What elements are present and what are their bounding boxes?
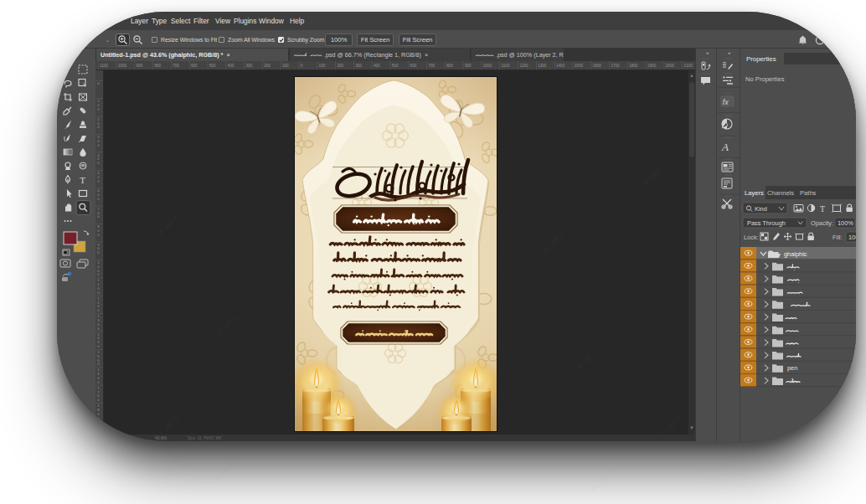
svg-text:400: 400 (228, 64, 235, 68)
svg-text:300: 300 (355, 64, 362, 68)
svg-text:0: 0 (97, 398, 100, 402)
svg-text:Lock:: Lock: (744, 234, 759, 241)
svg-text:100: 100 (282, 64, 289, 68)
svg-text:1100: 1100 (502, 64, 510, 68)
svg-text:0: 0 (97, 327, 100, 331)
svg-text:A: A (721, 141, 729, 153)
svg-text:Properties: Properties (746, 55, 776, 63)
svg-text:1: 1 (97, 422, 100, 426)
svg-text:100%: 100% (838, 219, 853, 227)
svg-text:500: 500 (209, 64, 216, 68)
svg-text:900: 900 (137, 64, 143, 68)
svg-text:1500: 1500 (575, 64, 584, 68)
svg-text:1600: 1600 (593, 64, 602, 68)
svg-text:800: 800 (154, 64, 161, 68)
svg-text:0: 0 (97, 233, 100, 237)
svg-text:No Properties: No Properties (745, 75, 785, 83)
svg-text:T: T (80, 175, 85, 185)
svg-text:Fill:: Fill: (832, 234, 843, 241)
svg-text:fx: fx (723, 98, 729, 106)
svg-text:700: 700 (428, 64, 435, 68)
svg-text:0: 0 (97, 179, 100, 183)
svg-text:0: 0 (97, 344, 100, 348)
svg-text:1800: 1800 (629, 64, 638, 68)
svg-text:0: 0 (97, 143, 100, 147)
svg-text:600: 600 (410, 64, 417, 68)
svg-text:1000: 1000 (118, 64, 127, 68)
svg-text:0: 0 (97, 380, 100, 384)
svg-text:pen: pen (787, 364, 797, 372)
svg-text:9: 9 (97, 425, 100, 429)
svg-text:0: 0 (97, 214, 100, 219)
svg-text:0: 0 (97, 434, 100, 435)
svg-text:Kind: Kind (755, 205, 767, 213)
svg-text:Pass Through: Pass Through (747, 219, 786, 227)
svg-text:0: 0 (97, 107, 100, 111)
svg-text:100: 100 (319, 64, 326, 68)
svg-text:0: 0 (97, 250, 100, 255)
svg-text:1300: 1300 (538, 64, 547, 68)
svg-text:400: 400 (374, 64, 380, 68)
svg-text:1000: 1000 (483, 64, 492, 68)
svg-text:T: T (820, 204, 825, 213)
svg-text:ghalphic: ghalphic (784, 250, 807, 258)
svg-text:1700: 1700 (611, 64, 620, 68)
svg-text:Opacity:: Opacity: (811, 219, 833, 227)
svg-text:200: 200 (264, 64, 271, 68)
svg-text:0: 0 (97, 197, 100, 201)
svg-text:1900: 1900 (647, 64, 657, 68)
svg-text:300: 300 (245, 64, 252, 68)
svg-text:2000: 2000 (666, 64, 675, 68)
svg-text:900: 900 (465, 64, 472, 68)
svg-text:1400: 1400 (556, 64, 565, 68)
svg-text:0: 0 (97, 291, 100, 295)
svg-text:100%: 100% (848, 234, 856, 241)
svg-text:0: 0 (97, 161, 100, 165)
svg-text:200: 200 (337, 64, 343, 68)
svg-text:700: 700 (173, 64, 179, 68)
svg-text:0: 0 (97, 308, 100, 312)
svg-text:800: 800 (446, 64, 453, 68)
svg-text:500: 500 (392, 64, 399, 68)
svg-text:Channels: Channels (767, 189, 794, 197)
svg-text:0: 0 (97, 81, 100, 85)
svg-text:600: 600 (191, 64, 198, 68)
svg-text:1100: 1100 (100, 64, 108, 68)
svg-text:2100: 2100 (684, 64, 693, 68)
svg-text:0: 0 (97, 362, 100, 366)
svg-text:0: 0 (97, 272, 100, 276)
svg-text:0: 0 (97, 429, 100, 434)
svg-text:0: 0 (97, 125, 100, 129)
svg-text:Paths: Paths (800, 189, 817, 197)
svg-text:0: 0 (97, 416, 100, 420)
svg-text:1200: 1200 (519, 64, 528, 68)
svg-text:Layers: Layers (745, 189, 764, 197)
svg-text:0: 0 (301, 64, 303, 68)
